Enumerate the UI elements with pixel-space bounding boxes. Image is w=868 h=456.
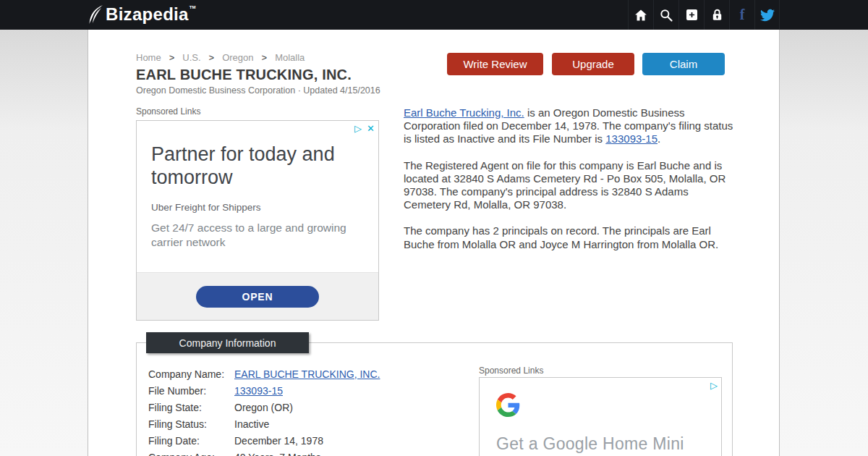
breadcrumb-separator: > xyxy=(209,52,215,63)
row-label: File Number: xyxy=(148,385,234,397)
about-text: . xyxy=(658,132,660,145)
facebook-button[interactable]: f xyxy=(729,0,754,30)
company-name-link[interactable]: Earl Buche Trucking, Inc. xyxy=(404,106,524,119)
add-listing-button[interactable] xyxy=(678,0,704,30)
adchoices-icon[interactable]: ▷ xyxy=(710,381,718,390)
write-review-button[interactable]: Write Review xyxy=(447,53,543,75)
ad-footer: OPEN xyxy=(137,272,378,320)
ad-close-icon[interactable]: ✕ xyxy=(367,124,375,133)
table-row: Company Age: 40 Years, 7 Months xyxy=(148,449,380,456)
row-value: 133093-15 xyxy=(234,385,283,397)
ad-headline-line1: Get a Google Home Mini xyxy=(496,433,713,455)
row-label: Company Name: xyxy=(148,368,234,380)
upgrade-button[interactable]: Upgrade xyxy=(552,53,634,75)
bizapedia-logo[interactable]: Bizapedia TM xyxy=(88,4,195,25)
table-row: Company Name: EARL BUCHE TRUCKING, INC. xyxy=(148,366,380,382)
company-description: Earl Buche Trucking, Inc. is an Oregon D… xyxy=(404,106,733,264)
ad-headline: Get a Google Home Mini and Chromecast bu… xyxy=(496,433,713,456)
file-number-link[interactable]: 133093-15 xyxy=(234,385,283,397)
row-label: Filing Date: xyxy=(148,435,234,447)
file-number-link[interactable]: 133093-15 xyxy=(605,132,658,145)
breadcrumb-us[interactable]: U.S. xyxy=(182,52,200,63)
company-information-tab[interactable]: Company Information xyxy=(146,332,309,353)
breadcrumb-separator: > xyxy=(169,52,175,63)
breadcrumb-molalla[interactable]: Molalla xyxy=(275,52,305,63)
row-label: Company Age: xyxy=(148,452,234,456)
company-name-link[interactable]: EARL BUCHE TRUCKING, INC. xyxy=(234,368,380,380)
adchoices-icon[interactable]: ▷ xyxy=(354,124,362,133)
row-value: Inactive xyxy=(234,418,269,430)
about-paragraph-2: The Registered Agent on file for this co… xyxy=(404,159,733,212)
sponsored-ad-card[interactable]: ▷ Get a Google Home Mini and Chromecast … xyxy=(479,377,722,456)
ad-advertiser: Uber Freight for Shippers xyxy=(151,202,261,213)
breadcrumb-home[interactable]: Home xyxy=(136,52,161,63)
bizapedia-leaf-icon xyxy=(88,4,104,25)
breadcrumb-separator: > xyxy=(262,52,268,63)
row-value: Oregon (OR) xyxy=(234,402,293,413)
google-logo-icon xyxy=(496,393,520,417)
home-button[interactable] xyxy=(628,0,653,30)
search-icon xyxy=(659,8,673,22)
header-icon-group: f xyxy=(628,0,780,30)
home-icon xyxy=(634,8,648,22)
table-row: Filing Date: December 14, 1978 xyxy=(148,432,380,449)
breadcrumb-oregon[interactable]: Oregon xyxy=(222,52,253,63)
row-label: Filing State: xyxy=(148,402,234,413)
table-row: File Number: 133093-15 xyxy=(148,382,380,399)
sponsored-ad-card[interactable]: ▷ ✕ Partner for today and tomorrow Uber … xyxy=(136,120,379,321)
row-label: Filing Status: xyxy=(148,418,234,430)
row-value: December 14, 1978 xyxy=(234,435,323,447)
ad-controls: ▷ ✕ xyxy=(354,124,375,133)
top-header-bar: Bizapedia TM xyxy=(0,0,868,30)
facebook-icon: f xyxy=(740,7,745,23)
login-button[interactable] xyxy=(704,0,729,30)
breadcrumb: Home>U.S.>Oregon>Molalla xyxy=(136,52,305,63)
page-subtitle: Oregon Domestic Business Corporation · U… xyxy=(136,85,380,96)
page-title: EARL BUCHE TRUCKING, INC. xyxy=(136,67,352,83)
search-button[interactable] xyxy=(653,0,678,30)
logo-tm: TM xyxy=(190,5,196,9)
claim-button[interactable]: Claim xyxy=(642,53,725,75)
logo-text: Bizapedia xyxy=(106,4,189,25)
ad-open-button[interactable]: OPEN xyxy=(196,286,319,308)
row-value: 40 Years, 7 Months xyxy=(234,452,321,456)
lock-icon xyxy=(710,8,724,22)
twitter-button[interactable] xyxy=(754,0,780,30)
add-icon xyxy=(685,8,699,22)
sponsored-links-label: Sponsored Links xyxy=(136,106,200,117)
table-row: Filing Status: Inactive xyxy=(148,415,380,432)
twitter-icon xyxy=(760,8,775,22)
company-information-box: Company Name: EARL BUCHE TRUCKING, INC. … xyxy=(136,342,733,456)
row-value: EARL BUCHE TRUCKING, INC. xyxy=(234,368,380,380)
ad-description: Get 24/7 access to a large and growing c… xyxy=(151,221,350,250)
company-info-table: Company Name: EARL BUCHE TRUCKING, INC. … xyxy=(148,366,380,456)
ad-headline: Partner for today and tomorrow xyxy=(151,143,365,189)
ad-controls: ▷ xyxy=(710,381,718,390)
table-row: Filing State: Oregon (OR) xyxy=(148,399,380,415)
sponsored-links-label: Sponsored Links xyxy=(479,366,543,376)
about-paragraph-3: The company has 2 principals on record. … xyxy=(404,224,733,250)
about-paragraph-1: Earl Buche Trucking, Inc. is an Oregon D… xyxy=(404,106,733,146)
